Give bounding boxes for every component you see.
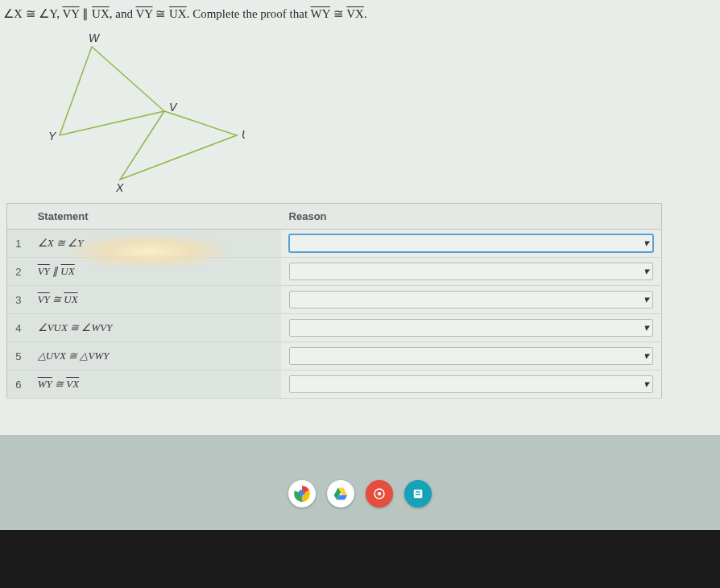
- row-num: 5: [7, 342, 30, 371]
- drive-icon[interactable]: [327, 480, 354, 507]
- seg-ux2: UX: [169, 7, 187, 20]
- seg-vy2: VY: [135, 7, 152, 20]
- row-num: 2: [7, 258, 30, 286]
- row-num: 1: [7, 230, 30, 258]
- col-num-header: [7, 204, 30, 230]
- red-app-icon[interactable]: [366, 480, 393, 507]
- chevron-down-icon: ▾: [643, 265, 649, 278]
- table-row: 5 △UVX ≅ △VWY ▾: [7, 342, 662, 371]
- cong-sym2: ≅: [330, 7, 346, 20]
- label-v: V: [169, 101, 178, 114]
- table-row: 3 VY ≅ UX ▾: [7, 286, 662, 314]
- chevron-down-icon: ▾: [643, 321, 649, 334]
- table-row: 4 ∠VUX ≅ ∠WVY ▾: [7, 314, 662, 342]
- reason-dropdown-5[interactable]: ▾: [289, 347, 653, 365]
- row-num: 4: [7, 314, 30, 342]
- label-u: U: [242, 128, 245, 141]
- reason-dropdown-3[interactable]: ▾: [289, 291, 653, 308]
- row-stmt: VY ≅ UX: [30, 286, 281, 314]
- and-text: , and: [110, 7, 136, 20]
- cong-sym: ≅: [153, 7, 170, 20]
- prove-prefix: . Complete the proof that: [187, 7, 311, 20]
- chevron-down-icon: ▾: [643, 293, 649, 306]
- reason-dropdown-2[interactable]: ▾: [289, 263, 653, 280]
- table-row: 2 VY ∥ UX ▾: [7, 258, 662, 286]
- seg-wy: WY: [311, 7, 330, 20]
- svg-rect-8: [416, 494, 420, 495]
- row-num: 3: [7, 286, 30, 314]
- label-y: Y: [48, 130, 57, 143]
- proof-table: Statement Reason 1 ∠X ≅ ∠Y ▾ 2 VY ∥ UX ▾…: [6, 203, 662, 399]
- row-stmt: ∠VUX ≅ ∠WVY: [30, 314, 281, 342]
- svg-point-5: [378, 492, 382, 496]
- chrome-icon[interactable]: [288, 480, 316, 507]
- device-bezel: [0, 530, 720, 588]
- table-row: 1 ∠X ≅ ∠Y ▾: [7, 230, 662, 258]
- chevron-down-icon: ▾: [643, 237, 649, 250]
- row-stmt: ∠X ≅ ∠Y: [30, 230, 281, 258]
- triangle-diagram: W V Y U X: [35, 31, 245, 192]
- teal-app-icon[interactable]: [404, 480, 432, 507]
- row-num: 6: [7, 371, 30, 399]
- period: .: [364, 7, 367, 20]
- given-text-1: ∠X ≅ ∠Y,: [3, 7, 62, 20]
- problem-statement: ∠X ≅ ∠Y, VY ∥ UX, and VY ≅ UX. Complete …: [3, 6, 717, 21]
- svg-rect-7: [416, 491, 420, 493]
- parallel-sym: ∥: [80, 7, 93, 20]
- seg-ux: UX: [92, 7, 110, 20]
- row-stmt: VY ∥ UX: [30, 258, 281, 286]
- col-reason-header: Reason: [281, 204, 662, 230]
- taskbar-dock: [288, 480, 432, 507]
- label-x: X: [115, 181, 124, 192]
- seg-vx: VX: [346, 7, 364, 20]
- reason-dropdown-6[interactable]: ▾: [289, 375, 653, 393]
- reason-dropdown-4[interactable]: ▾: [289, 319, 653, 337]
- table-row: 6 WY ≅ VX ▾: [7, 371, 662, 399]
- proof-rows: 1 ∠X ≅ ∠Y ▾ 2 VY ∥ UX ▾ 3 VY ≅ UX ▾ 4 ∠V…: [7, 230, 662, 399]
- col-statement-header: Statement: [30, 204, 281, 230]
- label-w: W: [89, 31, 101, 44]
- chevron-down-icon: ▾: [643, 350, 649, 362]
- chevron-down-icon: ▾: [643, 378, 649, 391]
- row-stmt: △UVX ≅ △VWY: [30, 342, 281, 371]
- reason-dropdown-1[interactable]: ▾: [289, 234, 653, 252]
- worksheet-area: ∠X ≅ ∠Y, VY ∥ UX, and VY ≅ UX. Complete …: [0, 0, 720, 435]
- row-stmt: WY ≅ VX: [30, 371, 281, 399]
- svg-marker-0: [60, 47, 164, 135]
- seg-vy: VY: [62, 7, 79, 20]
- svg-marker-1: [120, 111, 237, 180]
